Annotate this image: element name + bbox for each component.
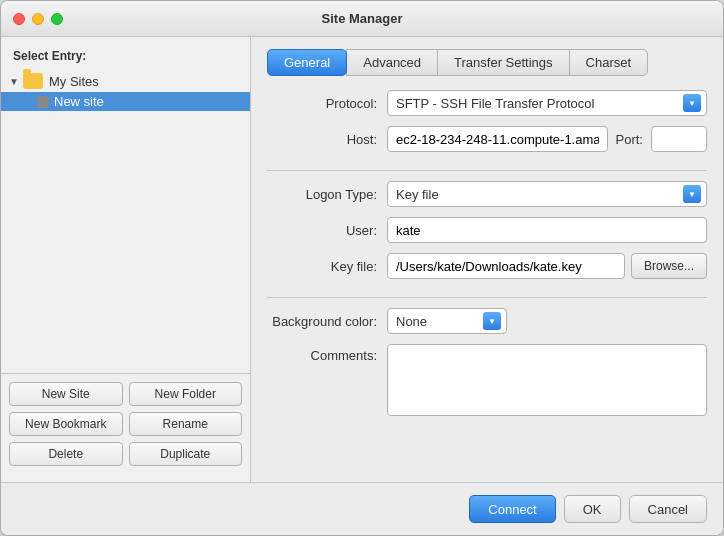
host-port-row: Host: Port: [267,126,707,152]
bg-color-select-wrapper: None Red Green Blue Yellow Cyan Magenta [387,308,507,334]
key-file-input[interactable] [387,253,625,279]
my-sites-tree-item[interactable]: ▼ My Sites [1,71,250,91]
sidebar-buttons: New Site New Folder New Bookmark Rename … [1,373,250,474]
site-manager-window: Site Manager Select Entry: ▼ My Sites Ne… [0,0,724,536]
key-file-label: Key file: [267,259,387,274]
tab-general[interactable]: General [267,49,347,76]
duplicate-button[interactable]: Duplicate [129,442,243,466]
user-input[interactable] [387,217,707,243]
main-panel: General Advanced Transfer Settings Chars… [251,37,723,482]
my-sites-label: My Sites [49,74,99,89]
title-bar: Site Manager [1,1,723,37]
logon-type-select[interactable]: Anonymous Normal Ask for password Intera… [387,181,707,207]
new-site-item[interactable]: New site [1,92,250,111]
key-file-row: Key file: Browse... [267,253,707,279]
chevron-icon: ▼ [9,76,23,87]
new-site-button[interactable]: New Site [9,382,123,406]
folder-icon [23,73,43,89]
tab-charset[interactable]: Charset [569,49,649,76]
browse-button[interactable]: Browse... [631,253,707,279]
divider-2 [267,297,707,298]
tab-advanced[interactable]: Advanced [346,49,438,76]
sidebar: Select Entry: ▼ My Sites New site New Si… [1,37,251,482]
comments-textarea[interactable] [387,344,707,416]
close-button[interactable] [13,13,25,25]
host-label: Host: [267,132,387,147]
protocol-row: Protocol: FTP - File Transfer Protocol F… [267,90,707,116]
delete-button[interactable]: Delete [9,442,123,466]
rename-button[interactable]: Rename [129,412,243,436]
window-title: Site Manager [322,11,403,26]
bg-color-row: Background color: None Red Green Blue Ye… [267,308,707,334]
logon-type-row: Logon Type: Anonymous Normal Ask for pas… [267,181,707,207]
bottom-bar: Connect OK Cancel [1,482,723,535]
host-input[interactable] [387,126,608,152]
comments-row: Comments: [267,344,707,416]
bg-color-select[interactable]: None Red Green Blue Yellow Cyan Magenta [387,308,507,334]
comments-label: Comments: [267,344,387,363]
cancel-button[interactable]: Cancel [629,495,707,523]
logon-type-select-wrapper: Anonymous Normal Ask for password Intera… [387,181,707,207]
protocol-select-wrapper: FTP - File Transfer Protocol FTPS - FTP … [387,90,707,116]
protocol-select[interactable]: FTP - File Transfer Protocol FTPS - FTP … [387,90,707,116]
logon-type-label: Logon Type: [267,187,387,202]
sidebar-spacer [1,112,250,373]
tab-bar: General Advanced Transfer Settings Chars… [267,49,707,76]
port-input[interactable] [651,126,707,152]
form-section: Protocol: FTP - File Transfer Protocol F… [267,90,707,416]
divider-1 [267,170,707,171]
site-name-label: New site [54,94,104,109]
port-label: Port: [616,132,643,147]
user-label: User: [267,223,387,238]
tab-transfer-settings[interactable]: Transfer Settings [437,49,570,76]
new-folder-button[interactable]: New Folder [129,382,243,406]
protocol-label: Protocol: [267,96,387,111]
traffic-lights [13,13,63,25]
keyfile-row: Browse... [387,253,707,279]
connect-button[interactable]: Connect [469,495,555,523]
bg-color-label: Background color: [267,314,387,329]
ok-button[interactable]: OK [564,495,621,523]
maximize-button[interactable] [51,13,63,25]
new-bookmark-button[interactable]: New Bookmark [9,412,123,436]
minimize-button[interactable] [32,13,44,25]
user-row: User: [267,217,707,243]
server-icon [37,96,49,108]
content-area: Select Entry: ▼ My Sites New site New Si… [1,37,723,482]
sidebar-header: Select Entry: [1,45,250,71]
